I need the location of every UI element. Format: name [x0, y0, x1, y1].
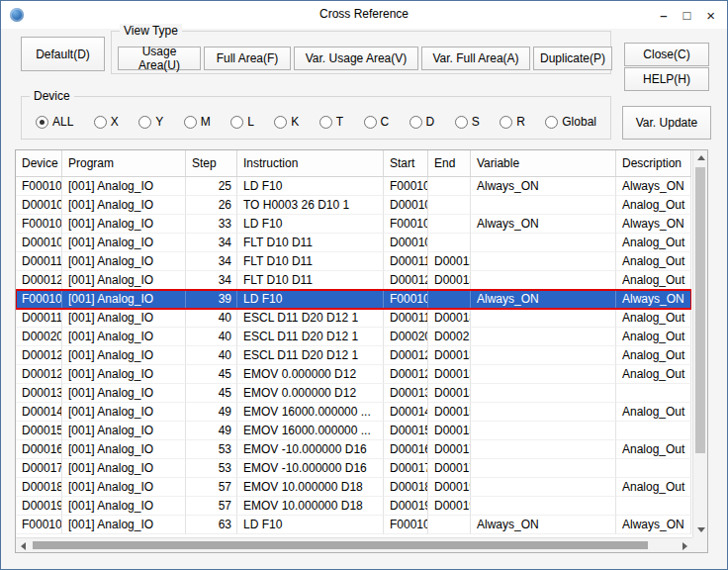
column-header-variable[interactable]: Variable: [471, 150, 616, 176]
cell-program: [001] Analog_IO: [62, 497, 186, 516]
cell-program: [001] Analog_IO: [62, 384, 186, 403]
cell-step: 45: [186, 384, 237, 403]
radio-global[interactable]: Global: [545, 115, 596, 129]
device-options: ALLXYMLKTCDSRGlobal: [22, 105, 610, 139]
radio-y[interactable]: Y: [138, 115, 163, 129]
cell-start: D00011: [384, 252, 428, 271]
vertical-scroll-thumb[interactable]: [695, 167, 705, 453]
cell-device: D00012: [16, 346, 62, 365]
cell-description: [616, 459, 691, 478]
column-header-description[interactable]: Description: [616, 150, 691, 176]
close-button[interactable]: Close(C): [624, 43, 709, 66]
radio-t[interactable]: T: [319, 115, 343, 129]
table-row[interactable]: D00019[001] Analog_IO57EMOV 10.000000 D1…: [16, 497, 691, 516]
table-row[interactable]: D00015[001] Analog_IO49EMOV 16000.000000…: [16, 422, 691, 440]
table-row[interactable]: D00012[001] Analog_IO40ESCL D11 D20 D12 …: [16, 346, 691, 365]
table-row[interactable]: F00010[001] Analog_IO63LD F10F00010Alway…: [16, 516, 691, 534]
table-row[interactable]: F00010[001] Analog_IO33LD F10F00010Alway…: [16, 215, 691, 234]
view-type-button-usageareau[interactable]: Usage Area(U): [118, 47, 201, 70]
radio-circle-icon: [410, 116, 422, 129]
view-type-button-varfullareaa[interactable]: Var. Full Area(A): [421, 47, 530, 70]
radio-d[interactable]: D: [410, 115, 435, 129]
column-header-end[interactable]: End: [428, 150, 471, 176]
cell-device: D00015: [16, 422, 62, 440]
scroll-right-button[interactable]: [678, 538, 692, 553]
view-type-button-fullareaf[interactable]: Full Area(F): [204, 47, 291, 70]
table-row[interactable]: D00018[001] Analog_IO57EMOV 10.000000 D1…: [16, 478, 691, 497]
maximize-icon[interactable]: □: [682, 8, 690, 23]
radio-l[interactable]: L: [230, 115, 254, 129]
cell-end: D00019: [428, 478, 471, 497]
cell-program: [001] Analog_IO: [62, 422, 186, 440]
radio-k[interactable]: K: [274, 115, 299, 129]
cell-end: D00013: [428, 271, 471, 290]
radio-r[interactable]: R: [500, 115, 525, 129]
table-row[interactable]: D00010[001] Analog_IO26TO H0003 26 D10 1…: [16, 196, 691, 215]
table-row[interactable]: D00011[001] Analog_IO34FLT D10 D11D00011…: [16, 252, 691, 271]
column-header-start[interactable]: Start: [384, 150, 428, 176]
column-header-device[interactable]: Device: [16, 150, 62, 176]
default-button[interactable]: Default(D): [21, 37, 105, 71]
radio-c[interactable]: C: [364, 115, 390, 129]
radio-circle-icon: [230, 116, 243, 129]
cell-instruction: EMOV 10.000000 D18: [237, 478, 384, 497]
cell-instruction: EMOV -10.000000 D16: [237, 440, 384, 459]
cell-variable: [471, 234, 616, 252]
view-type-button-duplicatep[interactable]: Duplicate(P): [533, 47, 612, 70]
device-group: Device ALLXYMLKTCDSRGlobal: [21, 96, 611, 140]
column-header-program[interactable]: Program: [62, 150, 186, 176]
table-row[interactable]: D00012[001] Analog_IO45EMOV 0.000000 D12…: [16, 365, 691, 384]
table-row[interactable]: D00012[001] Analog_IO34FLT D10 D11D00012…: [16, 271, 691, 290]
title-bar[interactable]: Cross Reference – □ ×: [1, 1, 727, 29]
cell-variable: Always_ON: [471, 290, 616, 309]
help-button[interactable]: HELP(H): [624, 67, 709, 91]
radio-x[interactable]: X: [94, 115, 119, 129]
device-label: Device: [30, 89, 74, 103]
cell-end: [428, 516, 471, 534]
table-row[interactable]: D00017[001] Analog_IO53EMOV -10.000000 D…: [16, 459, 691, 478]
scroll-down-button[interactable]: [693, 522, 708, 537]
close-icon[interactable]: ×: [706, 7, 715, 24]
table-row[interactable]: D00011[001] Analog_IO40ESCL D11 D20 D12 …: [16, 309, 691, 328]
table-row[interactable]: D00013[001] Analog_IO45EMOV 0.000000 D12…: [16, 384, 691, 403]
column-header-instruction[interactable]: Instruction: [237, 150, 384, 176]
var-update-button[interactable]: Var. Update: [622, 106, 711, 140]
cell-end: D00018: [428, 309, 471, 328]
cell-step: 45: [186, 365, 237, 384]
table-row-selected[interactable]: F00010[001] Analog_IO39LD F10F00010Alway…: [16, 290, 691, 309]
cell-device: D00018: [16, 478, 62, 497]
scroll-left-button[interactable]: [16, 538, 31, 553]
cell-device: D00020: [16, 328, 62, 346]
table-row[interactable]: D00010[001] Analog_IO34FLT D10 D11D00010…: [16, 234, 691, 252]
radio-m[interactable]: M: [184, 115, 211, 129]
cell-instruction: TO H0003 26 D10 1: [237, 196, 384, 215]
cell-description: Analog_Out: [616, 365, 691, 384]
cell-step: 33: [186, 215, 237, 234]
cell-end: D00013: [428, 346, 471, 365]
radio-s[interactable]: S: [455, 115, 480, 129]
cell-description: Analog_Out: [616, 403, 691, 422]
view-type-button-varusageareav[interactable]: Var. Usage Area(V): [294, 47, 418, 70]
table-row[interactable]: D00014[001] Analog_IO49EMOV 16000.000000…: [16, 403, 691, 422]
horizontal-scrollbar[interactable]: [16, 537, 692, 552]
cell-instruction: FLT D10 D11: [237, 234, 384, 252]
cell-variable: Always_ON: [471, 516, 616, 534]
column-header-step[interactable]: Step: [186, 150, 237, 176]
scroll-up-button[interactable]: [693, 150, 708, 165]
vertical-scrollbar[interactable]: [692, 150, 707, 537]
cell-start: D00013: [384, 384, 428, 403]
radio-all[interactable]: ALL: [36, 115, 73, 129]
cell-step: 57: [186, 478, 237, 497]
cell-variable: [471, 309, 616, 328]
scroll-right-icon: [682, 542, 691, 550]
cell-description: Always_ON: [616, 215, 691, 234]
minimize-icon[interactable]: –: [660, 8, 667, 23]
cell-program: [001] Analog_IO: [62, 234, 186, 252]
cell-instruction: LD F10: [237, 516, 384, 534]
cell-instruction: LD F10: [237, 177, 384, 196]
table-row[interactable]: D00020[001] Analog_IO40ESCL D11 D20 D12 …: [16, 328, 691, 346]
table-row[interactable]: D00016[001] Analog_IO53EMOV -10.000000 D…: [16, 440, 691, 459]
table-row[interactable]: F00010[001] Analog_IO25LD F10F00010Alway…: [16, 177, 691, 196]
cell-variable: [471, 384, 616, 403]
horizontal-scroll-thumb[interactable]: [33, 541, 648, 549]
